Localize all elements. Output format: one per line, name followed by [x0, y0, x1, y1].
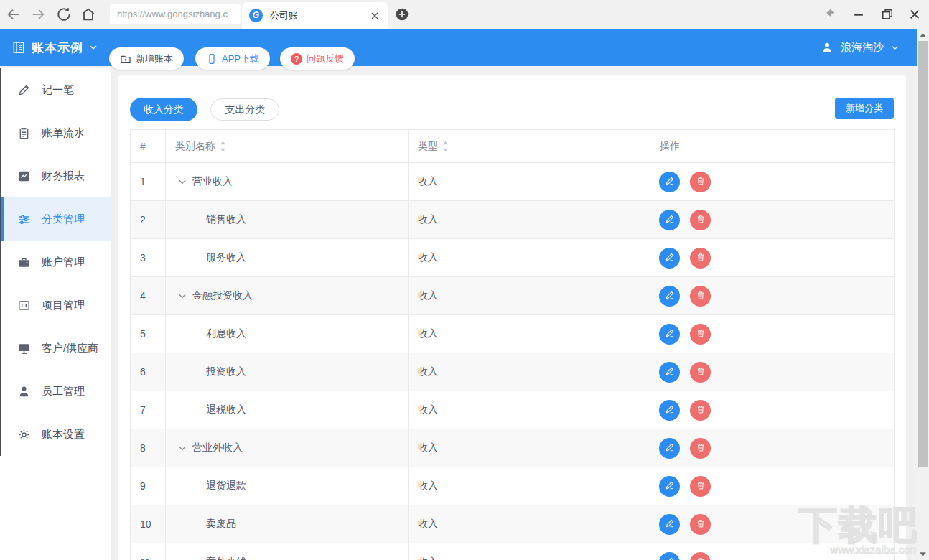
bill-icon: [17, 126, 31, 140]
table-row: 9 退货退款 收入: [131, 467, 894, 505]
tab-expense-categories[interactable]: 支出分类: [210, 98, 279, 121]
edit-button[interactable]: [659, 324, 680, 345]
row-actions-cell: [650, 277, 894, 315]
table-row: 6 投资收入 收入: [131, 353, 894, 391]
scroll-down-icon[interactable]: [917, 548, 929, 560]
edit-button[interactable]: [659, 210, 680, 230]
close-icon[interactable]: [907, 7, 922, 22]
table-row: 5 利息收入 收入: [131, 315, 894, 353]
add-ledger-button[interactable]: 新增账本: [109, 47, 184, 70]
add-category-button[interactable]: 新增分类: [835, 98, 894, 119]
delete-icon: [696, 442, 706, 454]
row-type-cell: 收入: [409, 239, 650, 277]
category-type: 收入: [418, 175, 438, 188]
sidebar-item-customers[interactable]: 客户/供应商: [0, 327, 111, 370]
chevron-down-icon[interactable]: [177, 443, 187, 453]
chevron-down-icon[interactable]: [177, 177, 187, 187]
sort-icon[interactable]: [442, 140, 449, 153]
row-name-cell: 利息收入: [166, 315, 409, 353]
browser-chrome: https://www.gongsizhang.c G 公司账: [0, 0, 929, 29]
row-type-cell: 收入: [409, 353, 650, 391]
app-download-button[interactable]: APP下载: [195, 47, 270, 70]
address-bar[interactable]: https://www.gongsizhang.c: [110, 4, 241, 24]
pin-icon[interactable]: [821, 7, 836, 22]
sort-icon[interactable]: [219, 140, 227, 153]
delete-button[interactable]: [690, 324, 711, 345]
delete-button[interactable]: [690, 514, 711, 535]
edit-button[interactable]: [659, 362, 680, 383]
col-actions: 操作: [650, 130, 894, 163]
main-panel: 收入分类 支出分类 新增分类 # 类别名称 类型 操作 1 营业收入 收入: [118, 75, 906, 560]
category-name: 营业收入: [192, 175, 233, 188]
edit-button[interactable]: [659, 438, 680, 459]
tab-income-categories[interactable]: 收入分类: [130, 98, 197, 121]
sidebar-item-settings[interactable]: 账本设置: [0, 413, 111, 456]
edit-button[interactable]: [659, 476, 680, 497]
sidebar-item-label: 账单流水: [42, 126, 85, 140]
forward-icon[interactable]: [30, 6, 46, 22]
feedback-label: 问题反馈: [307, 52, 344, 65]
feedback-button[interactable]: ? 问题反馈: [280, 47, 355, 70]
delete-button[interactable]: [690, 210, 711, 230]
delete-button[interactable]: [690, 172, 711, 192]
browser-tab[interactable]: G 公司账: [242, 2, 388, 29]
add-ledger-label: 新增账本: [136, 52, 173, 65]
home-icon[interactable]: [80, 6, 96, 22]
refresh-icon[interactable]: [56, 6, 72, 22]
tab-close-icon[interactable]: [369, 10, 381, 22]
ledger-switcher[interactable]: 账本示例: [11, 29, 99, 66]
delete-button[interactable]: [690, 400, 711, 421]
row-actions-cell: [650, 467, 894, 505]
delete-button[interactable]: [690, 438, 711, 459]
user-menu[interactable]: 浪海淘沙: [821, 29, 900, 66]
row-index: 11: [131, 543, 166, 560]
back-icon[interactable]: [6, 6, 22, 22]
edit-button[interactable]: [659, 400, 680, 421]
sidebar-item-record[interactable]: 记一笔: [0, 68, 111, 111]
delete-button[interactable]: [690, 362, 711, 383]
edit-button[interactable]: [659, 286, 680, 307]
sidebar-item-projects[interactable]: 项目管理: [0, 284, 111, 327]
col-actions-label: 操作: [660, 140, 680, 153]
table-row: 10 卖废品 收入: [131, 505, 894, 543]
toolbar: 收入分类 支出分类 新增分类: [130, 98, 895, 122]
restore-icon[interactable]: [880, 7, 895, 22]
sidebar-item-categories[interactable]: 分类管理: [0, 197, 111, 241]
scrollbar-thumb[interactable]: [918, 41, 928, 467]
category-type: 收入: [418, 403, 438, 416]
tab-title: 公司账: [270, 9, 369, 22]
category-type: 收入: [418, 213, 438, 226]
chevron-down-icon[interactable]: [177, 291, 187, 301]
delete-button[interactable]: [690, 476, 711, 497]
category-name: 卖废品: [206, 518, 236, 531]
sidebar-item-label: 员工管理: [42, 385, 85, 398]
new-tab-icon[interactable]: [395, 7, 409, 22]
col-name[interactable]: 类别名称: [166, 130, 409, 163]
sidebar-item-employees[interactable]: 员工管理: [0, 370, 111, 413]
delete-button[interactable]: [690, 286, 711, 307]
edit-button[interactable]: [659, 514, 680, 535]
ledger-name: 账本示例: [32, 39, 83, 56]
add-ledger-icon: [120, 53, 131, 65]
row-type-cell: 收入: [409, 543, 650, 560]
edit-button[interactable]: [659, 248, 680, 269]
edit-button[interactable]: [659, 172, 680, 192]
app-download-label: APP下载: [222, 52, 259, 65]
delete-button[interactable]: [690, 248, 711, 269]
minimize-icon[interactable]: [851, 7, 866, 22]
edit-icon: [665, 556, 675, 560]
row-actions-cell: [650, 543, 894, 560]
sidebar-item-accounts[interactable]: 账户管理: [0, 241, 111, 284]
col-type[interactable]: 类型: [409, 130, 650, 163]
category-name: 退税收入: [206, 403, 246, 416]
edit-button[interactable]: [659, 552, 680, 560]
sidebar-item-bills[interactable]: 账单流水: [0, 111, 111, 154]
col-index-label: #: [140, 141, 146, 152]
scroll-up-icon[interactable]: [917, 29, 929, 41]
category-type: 收入: [418, 365, 438, 378]
sidebar-item-reports[interactable]: 财务报表: [0, 154, 111, 197]
row-name-cell: 营业外收入: [166, 429, 409, 467]
page-scrollbar[interactable]: [917, 29, 929, 560]
delete-icon: [696, 556, 706, 560]
delete-button[interactable]: [690, 552, 711, 560]
